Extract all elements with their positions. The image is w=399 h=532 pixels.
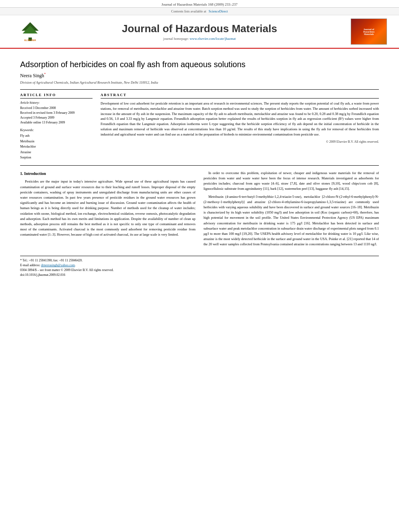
footnote-section: * Tel.: +91 11 25841390; fax: +91 11 258… [20, 256, 379, 277]
copyright-line: © 2009 Elsevier B.V. All rights reserved… [101, 140, 379, 144]
intro-section-title: 1. Introduction [20, 170, 195, 177]
article-title: Adsorption of herbicides on coal fly ash… [20, 60, 379, 69]
body-col-right: In order to overcome this problem, explo… [204, 170, 379, 249]
section-title-text: Introduction [24, 171, 46, 176]
elsevier-logo-left: ELSEVIER [12, 21, 48, 43]
keyword-2: Metribuzin [20, 139, 93, 144]
footnote-doi: doi:10.1016/j.jhazmat.2009.02.016 [20, 273, 379, 277]
keyword-5: Sorption [20, 155, 93, 160]
accepted-date: Accepted 3 February 2009 [20, 115, 93, 120]
footnote-email: E-mail address: drneerasingh@yahoo.com. [20, 263, 379, 267]
keyword-4: Atrazine [20, 150, 93, 155]
main-content: Adsorption of herbicides on coal fly ash… [0, 49, 399, 282]
author-name-text: Neera Singh [20, 73, 44, 78]
body-content: 1. Introduction Pesticides are the major… [20, 170, 379, 249]
article-info-column: ARTICLE INFO Article history: Received 3… [20, 93, 93, 160]
keywords-list: Fly ash Metribuzin Metolachlor Atrazine … [20, 133, 93, 160]
contents-text: Contents lists available at [171, 9, 206, 13]
abstract-text: Development of low cost adsorbent for pe… [101, 101, 379, 137]
journal-title: Journal of Hazardous Materials [56, 23, 343, 35]
author-sup: * [44, 72, 46, 76]
intro-paragraph-3: Metribuzin (4-amino-6-tert-butyl-3-methy… [204, 194, 379, 247]
email-link[interactable]: drneerasingh@yahoo.com [41, 263, 75, 267]
cover-image-text: Journal of Hazardous Materials [363, 28, 374, 35]
article-info-header: ARTICLE INFO [20, 93, 93, 99]
sciencedirect-link[interactable]: ScienceDirect [209, 9, 228, 13]
keyword-1: Fly ash [20, 133, 93, 139]
journal-header: ELSEVIER Journal of Hazardous Materials … [0, 15, 399, 49]
journal-cover-image: Journal of Hazardous Materials [351, 18, 387, 45]
journal-homepage-line: journal homepage: www.elsevier.com/locat… [56, 37, 343, 41]
received-date: Received 3 December 2008 [20, 106, 93, 111]
available-online-date: Available online 13 February 2009 [20, 120, 93, 125]
intro-paragraph-1: Pesticides are the major input in today'… [20, 179, 195, 237]
sciencedirect-info-bar: Contents lists available at ScienceDirec… [0, 8, 399, 15]
article-history-title: Article history: [20, 101, 93, 105]
email-label: E-mail address: [20, 263, 41, 267]
keywords-title: Keywords: [20, 128, 93, 132]
header-divider [20, 89, 379, 90]
body-divider [20, 165, 379, 166]
intro-paragraph-2: In order to overcome this problem, explo… [204, 170, 379, 192]
affiliation: Division of Agricultural Chemicals, Indi… [20, 80, 379, 84]
journal-header-center: Journal of Hazardous Materials journal h… [48, 23, 351, 41]
footnote-issn: 0304-3894/$ – see front matter © 2009 El… [20, 268, 379, 272]
abstract-column: ABSTRACT Development of low cost adsorbe… [101, 93, 379, 160]
keyword-3: Metolachlor [20, 144, 93, 150]
homepage-label: journal homepage: [163, 37, 189, 41]
homepage-url[interactable]: www.elsevier.com/locate/jhazmat [189, 37, 236, 41]
article-info-abstract-section: ARTICLE INFO Article history: Received 3… [20, 93, 379, 160]
journal-reference-bar: Journal of Hazardous Materials 168 (2009… [0, 0, 399, 8]
footnote-tel: * Tel.: +91 11 25841390; fax: +91 11 258… [20, 259, 379, 262]
svg-text:ELSEVIER: ELSEVIER [24, 39, 36, 41]
received-revised-date: Received in revised form 3 February 2009 [20, 111, 93, 115]
abstract-header: ABSTRACT [101, 93, 379, 99]
elsevier-tree-icon: ELSEVIER [14, 21, 46, 43]
body-col-left: 1. Introduction Pesticides are the major… [20, 170, 195, 249]
keywords-section: Keywords: Fly ash Metribuzin Metolachlor… [20, 128, 93, 160]
journal-ref-text: Journal of Hazardous Materials 168 (2009… [162, 2, 238, 6]
article-dates: Received 3 December 2008 Received in rev… [20, 106, 93, 125]
author-name: Neera Singh* [20, 72, 379, 79]
section-number: 1. [20, 171, 23, 176]
